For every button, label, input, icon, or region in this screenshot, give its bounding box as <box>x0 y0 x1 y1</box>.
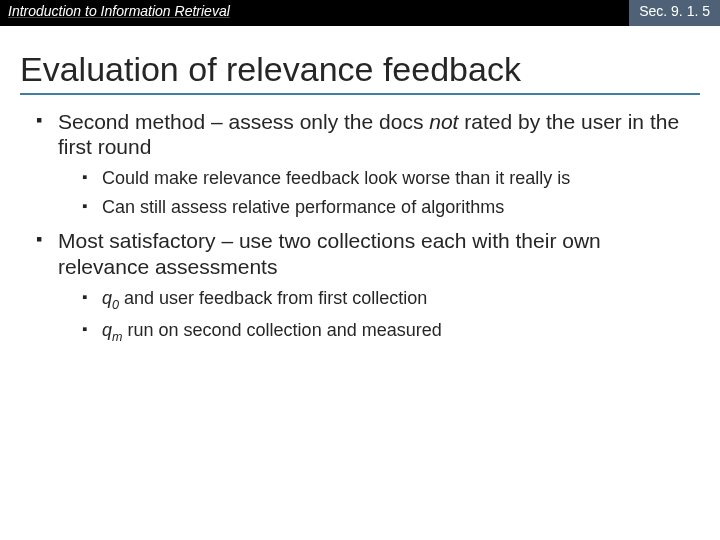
math-sub: 0 <box>112 297 119 311</box>
nested-item: Can still assess relative performance of… <box>82 196 694 219</box>
bullet-text: and user feedback from first collection <box>119 288 427 308</box>
nested-item: qm run on second collection and measured <box>82 319 694 345</box>
section-number: Sec. 9. 1. 5 <box>629 0 720 26</box>
nested-list: q0 and user feedback from first collecti… <box>82 287 694 346</box>
course-title: Introduction to Information Retrieval <box>0 0 629 26</box>
bullet-text: Second method – assess only the docs <box>58 110 429 133</box>
math-var: q <box>102 320 112 340</box>
bullet-item: Most satisfactory – use two collections … <box>36 228 694 345</box>
math-sub: m <box>112 330 123 344</box>
bullet-text: Most satisfactory – use two collections … <box>58 229 601 277</box>
bullet-emph: not <box>429 110 458 133</box>
slide-header: Introduction to Information Retrieval Se… <box>0 0 720 26</box>
slide-title: Evaluation of relevance feedback <box>20 50 700 95</box>
nested-list: Could make relevance feedback look worse… <box>82 167 694 218</box>
math-var: q <box>102 288 112 308</box>
bullet-item: Second method – assess only the docs not… <box>36 109 694 218</box>
bullet-list: Second method – assess only the docs not… <box>36 109 694 345</box>
nested-item: Could make relevance feedback look worse… <box>82 167 694 190</box>
bullet-text: run on second collection and measured <box>123 320 442 340</box>
nested-item: q0 and user feedback from first collecti… <box>82 287 694 313</box>
